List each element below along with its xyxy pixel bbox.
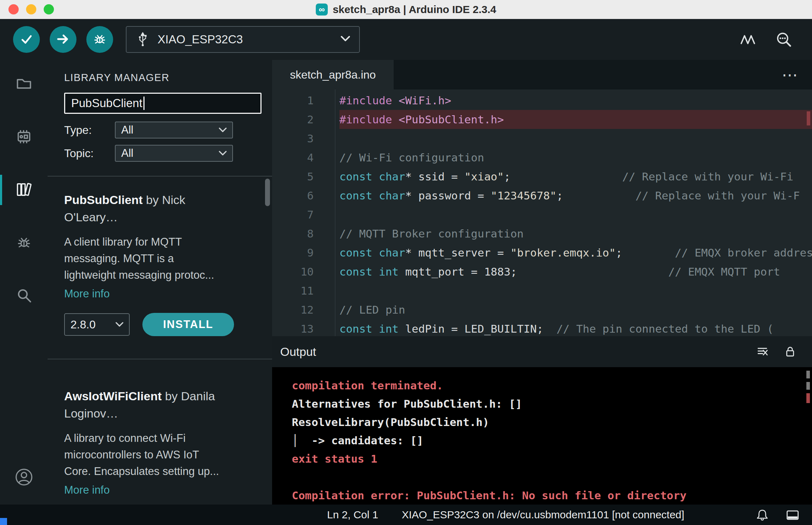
code-line[interactable]: 1#include <WiFi.h> [272, 91, 812, 110]
code-token: #include [339, 113, 399, 126]
usb-icon [136, 30, 150, 49]
titlebar: ∞ sketch_apr8a | Arduino IDE 2.3.4 [0, 0, 812, 19]
code-editor[interactable]: 1#include <WiFi.h>2#include <PubSubClien… [272, 89, 812, 336]
code-line[interactable]: 7 [272, 205, 812, 224]
tab-sketch[interactable]: sketch_apr8a.ino [272, 60, 394, 89]
code-text [339, 205, 812, 224]
debug-button[interactable] [86, 26, 113, 53]
magnifier-dots-icon [775, 31, 793, 49]
library-list-item: AwsIotWiFiClient by Danila Loginov…A lib… [48, 359, 272, 505]
code-token: int [379, 322, 399, 335]
console-scroll-mark [806, 382, 810, 390]
code-line[interactable]: 5const char* ssid = "xiao"; // Replace w… [272, 167, 812, 186]
scroll-lock-button[interactable] [782, 344, 798, 359]
code-token: // The pin connected to the LED ( [556, 322, 774, 335]
check-icon [18, 31, 35, 48]
console-line: │ -> candidates: [] [292, 431, 812, 450]
tab-options-menu[interactable]: ⋯ [782, 60, 798, 89]
sidebar-item-account[interactable] [0, 464, 48, 490]
code-line[interactable]: 4// Wi-Fi configuration [272, 148, 812, 167]
more-info-link[interactable]: More info [64, 288, 110, 300]
version-value: 2.8.0 [70, 318, 96, 331]
code-line[interactable]: 9const char* mqtt_server = "broker.emqx.… [272, 243, 812, 262]
verify-button[interactable] [13, 26, 40, 53]
window-controls [8, 4, 54, 14]
chevron-down-icon [219, 151, 227, 156]
serial-monitor-button[interactable] [775, 31, 793, 49]
line-number: 3 [272, 129, 314, 148]
code-token: * mqtt_server = [405, 246, 511, 259]
right-arrow-icon [55, 31, 71, 48]
overview-error-mark [807, 111, 810, 125]
minimize-window-button[interactable] [26, 4, 36, 14]
type-filter-select[interactable]: All [115, 122, 233, 138]
type-filter-row: Type: All [64, 122, 272, 138]
code-token [372, 265, 379, 278]
console-lines: compilation terminated.Alternatives for … [292, 376, 812, 505]
version-select[interactable]: 2.8.0 [64, 313, 130, 336]
code-line[interactable]: 3 [272, 129, 812, 148]
code-token: mqtt_port = [399, 265, 484, 278]
code-line[interactable]: 8// MQTT Broker configuration [272, 224, 812, 243]
code-text: // LED pin [339, 300, 812, 319]
line-number: 10 [272, 262, 314, 281]
sidebar-item-debug[interactable] [0, 229, 48, 256]
console-line: Compilation error: PubSubClient.h: No su… [292, 486, 812, 505]
sidebar-item-sketchbook[interactable] [0, 70, 48, 97]
account-icon [14, 467, 34, 487]
notifications-button[interactable] [754, 507, 770, 523]
upload-button[interactable] [50, 26, 76, 53]
toolbar: XIAO_ESP32C3 [0, 19, 812, 60]
code-line[interactable]: 12// LED pin [272, 300, 812, 319]
close-window-button[interactable] [8, 4, 19, 14]
sidebar-item-search[interactable] [0, 282, 48, 309]
bug-icon [92, 31, 107, 48]
code-token: // LED pin [339, 303, 405, 316]
code-text: const int ledPin = LED_BUILTIN; // The p… [339, 319, 812, 336]
library-name: PubSubClient [64, 193, 143, 206]
board-selector[interactable]: XIAO_ESP32C3 [126, 26, 360, 53]
code-line[interactable]: 2#include <PubSubClient.h> [272, 110, 812, 129]
code-token: // Replace with your Wi-Fi [622, 170, 793, 183]
code-token: ledPin = LED_BUILTIN; [399, 322, 556, 335]
code-line[interactable]: 6const char* password = "12345678"; // R… [272, 186, 812, 205]
console-line [292, 468, 812, 486]
sidebar-item-boards-manager[interactable] [0, 123, 48, 150]
debug-bug-icon [15, 234, 33, 251]
line-number: 5 [272, 167, 314, 186]
toggle-bottom-panel-button[interactable] [785, 507, 801, 523]
code-token: const [339, 322, 372, 335]
code-text: // Wi-Fi configuration [339, 148, 812, 167]
serial-plotter-button[interactable] [739, 31, 758, 49]
library-search-input[interactable]: PubSubClient [64, 93, 262, 114]
console-scroll-mark [806, 393, 810, 403]
output-console[interactable]: compilation terminated.Alternatives for … [272, 367, 812, 505]
console-line: ResolveLibrary(PubSubClient.h) [292, 413, 812, 431]
topic-filter-label: Topic: [64, 147, 115, 160]
cursor-position: Ln 2, Col 1 [327, 509, 378, 521]
code-token: char [379, 170, 405, 183]
code-line[interactable]: 13const int ledPin = LED_BUILTIN; // The… [272, 319, 812, 336]
code-text: const char* mqtt_server = "broker.emqx.i… [339, 243, 812, 262]
code-text: const char* ssid = "xiao"; // Replace wi… [339, 167, 812, 186]
code-token: 1883 [484, 265, 511, 278]
zoom-window-button[interactable] [44, 4, 54, 14]
arduino-ide-window: ∞ sketch_apr8a | Arduino IDE 2.3.4 XIAO_… [0, 0, 812, 525]
code-line[interactable]: 10const int mqtt_port = 1883; // EMQX MQ… [272, 262, 812, 281]
line-number: 6 [272, 186, 314, 205]
install-button[interactable]: INSTALL [142, 313, 234, 336]
panel-scrollbar-thumb[interactable] [265, 179, 270, 206]
line-number: 7 [272, 205, 314, 224]
topic-filter-select[interactable]: All [115, 145, 233, 162]
sidebar-item-library-manager[interactable] [0, 176, 48, 203]
more-info-link[interactable]: More info [64, 484, 110, 496]
board-selector-label: XIAO_ESP32C3 [158, 33, 333, 46]
code-token [372, 322, 379, 335]
clear-output-button[interactable] [755, 344, 770, 359]
code-token: // EMQX broker address [675, 246, 812, 259]
code-line[interactable]: 11 [272, 281, 812, 300]
code-token [372, 246, 379, 259]
code-token: ; [556, 189, 635, 202]
waveform-icon [740, 31, 757, 49]
code-token: <WiFi.h> [399, 94, 451, 107]
